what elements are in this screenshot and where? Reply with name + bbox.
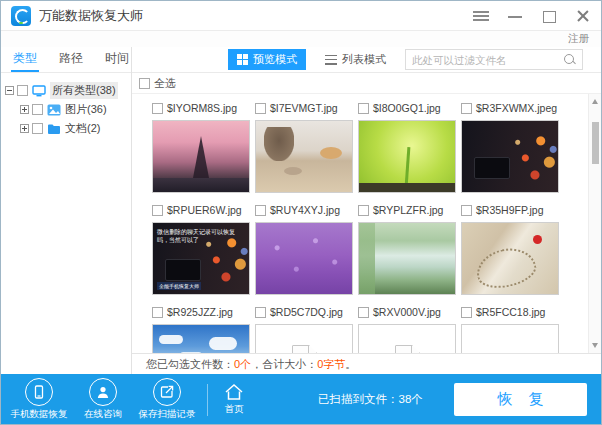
thumbnail-camera-night[interactable] (461, 120, 559, 193)
file-checkbox[interactable] (358, 205, 369, 216)
scanned-files-count: 已扫描到文件：38个 (318, 392, 423, 407)
file-name: $R35H9FP.jpg (476, 204, 544, 216)
thumbnail-green-sprout[interactable] (358, 120, 456, 193)
selected-count: 0个 (234, 357, 251, 372)
image-icon (47, 104, 61, 116)
file-name: $RUY4XYJ.jpg (270, 204, 340, 216)
file-cell: $IYORM8S.jpg (152, 100, 250, 193)
tab-type[interactable]: 类型 (11, 46, 39, 72)
status-text: 您已勾选文件数： (146, 357, 234, 372)
thumbnail-camera-ad[interactable]: 微信删除的聊天记录可以恢复吗，当然可以了 全能手机恢复大师 (152, 222, 250, 295)
file-cell: $RD5C7DQ.jpg (255, 304, 353, 353)
file-checkbox[interactable] (255, 307, 266, 318)
tab-path[interactable]: 路径 (57, 46, 85, 72)
thumbnail-park-landscape[interactable] (358, 222, 456, 295)
tree-item-label: 文档(2) (65, 121, 100, 136)
checkbox[interactable] (32, 123, 43, 134)
register-row: 注册 (1, 31, 601, 47)
right-panel: 预览模式 列表模式 全选 $IYORM8S.jpg $I7 (132, 47, 601, 374)
close-button[interactable] (575, 9, 591, 23)
scrollbar-thumb[interactable] (592, 122, 599, 164)
file-type-tree: 所有类型(38) 图片(36) 文档(2) (1, 73, 131, 138)
collapse-icon[interactable] (5, 86, 14, 95)
expand-icon[interactable] (20, 105, 29, 114)
scroll-down-icon[interactable] (592, 343, 598, 348)
file-cell: $RXV000V.jpg (358, 304, 456, 353)
main-area: 类型 路径 时间 所有类型(38) 图片(36) 文档(2) (1, 47, 601, 374)
file-cell: $R3FXWMX.jpeg (461, 100, 559, 193)
tree-item-documents[interactable]: 文档(2) (5, 119, 131, 138)
file-name: $IYORM8S.jpg (167, 102, 237, 114)
search-input[interactable] (406, 54, 563, 66)
scroll-up-icon[interactable] (592, 99, 598, 104)
file-grid-area: $IYORM8S.jpg $I7EVMGT.jpg $I8O0GQ1.jpg $… (132, 94, 601, 353)
thumbnail-eiffel-tower[interactable] (152, 120, 250, 193)
tree-item-all-types[interactable]: 所有类型(38) (5, 81, 131, 100)
expand-icon[interactable] (20, 124, 29, 133)
select-all-row: 全选 (132, 73, 601, 94)
file-checkbox[interactable] (461, 103, 472, 114)
grid-view-icon (237, 54, 248, 65)
file-cell: $RYPLZFR.jpg (358, 202, 456, 295)
left-panel: 类型 路径 时间 所有类型(38) 图片(36) 文档(2) (1, 47, 132, 374)
thumbnail-recovery-logo[interactable]: 恢 (461, 324, 559, 353)
tree-item-images[interactable]: 图片(36) (5, 100, 131, 119)
phone-icon (32, 385, 46, 399)
thumbnail-cat-by-window[interactable] (255, 120, 353, 193)
file-name: $R5FCC18.jpg (476, 306, 545, 318)
app-logo-icon (11, 6, 31, 26)
maximize-button[interactable] (541, 9, 557, 23)
menu-icon[interactable] (473, 9, 489, 23)
file-name: $RYPLZFR.jpg (373, 204, 443, 216)
checkbox[interactable] (17, 85, 28, 96)
select-all-label: 全选 (154, 76, 176, 91)
person-icon (96, 385, 110, 399)
file-checkbox[interactable] (152, 205, 163, 216)
file-name: $R3FXWMX.jpeg (476, 102, 557, 114)
file-name: $I7EVMGT.jpg (270, 102, 338, 114)
thumbnail-lavender-field[interactable] (255, 222, 353, 295)
file-cell: $I7EVMGT.jpg (255, 100, 353, 193)
computer-icon (32, 85, 46, 97)
home-button[interactable]: 首页 (224, 383, 244, 416)
footer-divider (207, 384, 208, 416)
file-checkbox[interactable] (461, 205, 472, 216)
preview-mode-button[interactable]: 预览模式 (228, 49, 306, 70)
file-checkbox[interactable] (358, 103, 369, 114)
file-checkbox[interactable] (255, 205, 266, 216)
file-cell: $I8O0GQ1.jpg (358, 100, 456, 193)
online-consult-button[interactable]: 在线咨询 (71, 378, 135, 421)
window-controls (473, 9, 591, 23)
select-all-checkbox[interactable] (139, 78, 150, 89)
phone-recovery-button[interactable]: 手机数据恢复 (7, 378, 71, 421)
file-name: $RPUER6W.jpg (167, 204, 242, 216)
tree-item-label: 图片(36) (65, 102, 107, 117)
status-text: 。 (345, 357, 356, 372)
search-icon[interactable] (563, 53, 577, 67)
minimize-button[interactable] (507, 9, 523, 23)
tab-time[interactable]: 时间 (103, 46, 131, 72)
register-link[interactable]: 注册 (568, 32, 589, 46)
footer-bar: 手机数据恢复 在线咨询 保存扫描记录 首页 已扫描到文件：38个 恢 复 (1, 374, 601, 425)
file-checkbox[interactable] (358, 307, 369, 318)
title-bar: 万能数据恢复大师 (1, 1, 601, 31)
home-icon (224, 383, 244, 401)
file-checkbox[interactable] (255, 103, 266, 114)
file-checkbox[interactable] (461, 307, 472, 318)
tabs-row: 类型 路径 时间 (1, 47, 131, 73)
thumbnail-document-placeholder[interactable] (358, 324, 456, 353)
list-mode-button[interactable]: 列表模式 (316, 49, 395, 70)
export-icon (160, 385, 174, 399)
file-checkbox[interactable] (152, 103, 163, 114)
thumbnail-beach-heart[interactable] (461, 222, 559, 295)
file-checkbox[interactable] (152, 307, 163, 318)
file-cell: $RUY4XYJ.jpg (255, 202, 353, 295)
checkbox[interactable] (32, 104, 43, 115)
document-icon (292, 345, 317, 353)
thumbnail-sunny-sky[interactable] (152, 324, 250, 353)
vertical-scrollbar[interactable] (588, 94, 601, 353)
recover-button[interactable]: 恢 复 (454, 383, 587, 416)
thumbnail-document-placeholder[interactable] (255, 324, 353, 353)
save-scan-record-button[interactable]: 保存扫描记录 (135, 378, 199, 421)
folder-icon (47, 123, 61, 135)
